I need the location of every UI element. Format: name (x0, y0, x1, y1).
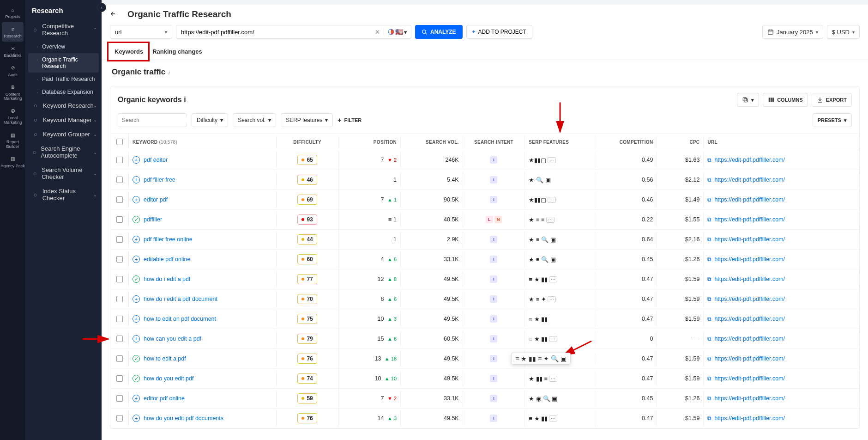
info-icon[interactable]: i (169, 70, 169, 75)
add-keyword-icon[interactable]: + (133, 415, 140, 422)
serp-more[interactable]: ⋯ (549, 416, 557, 422)
keyword-search[interactable] (118, 113, 187, 127)
row-checkbox[interactable] (116, 236, 123, 243)
analyze-button[interactable]: ANALYZE (415, 25, 463, 39)
serp-more[interactable]: ⋯ (548, 296, 556, 302)
row-checkbox[interactable] (116, 316, 123, 322)
keyword-link[interactable]: pdf filler free online (144, 236, 193, 243)
sidebar-group-keyword-grouper[interactable]: ○Keyword Grouper⌄ (25, 127, 102, 141)
add-keyword-icon[interactable]: + (133, 236, 140, 243)
add-keyword-icon[interactable]: ✓ (133, 216, 140, 223)
sidebar-collapse-button[interactable]: ‹ (97, 3, 106, 12)
rail-item-local-marketing[interactable]: ⦿Local Marketing (0, 104, 25, 128)
sidebar-group-keyword-manager[interactable]: ○Keyword Manager⌄ (25, 113, 102, 127)
mode-select[interactable]: url ▾ (110, 25, 172, 39)
sidebar-group-search-engine-autocomplete[interactable]: ○Search Engine Autocomplete⌄ (25, 141, 102, 163)
sidebar-item-database-expansion[interactable]: Database Expansion (25, 86, 102, 98)
keyword-link[interactable]: how do you edit pdf (144, 375, 193, 382)
row-checkbox[interactable] (116, 375, 123, 382)
keyword-link[interactable]: how can you edit a pdf (144, 336, 201, 342)
rail-item-backlinks[interactable]: ⫘Backlinks (0, 42, 25, 61)
add-keyword-icon[interactable]: ✓ (133, 275, 140, 283)
url-cell[interactable]: ⧉https://edit-pdf.pdffiller.com/ (704, 410, 859, 426)
url-cell[interactable]: ⧉https://edit-pdf.pdffiller.com/ (704, 331, 859, 347)
rail-item-content-marketing[interactable]: 🗎Content Marketing (0, 80, 25, 104)
serp-more[interactable]: ⋯ (548, 157, 556, 163)
sidebar-item-organic-traffic-research[interactable]: Organic Traffic Research (28, 53, 99, 73)
url-cell[interactable]: ⧉https://edit-pdf.pdffiller.com/ (704, 271, 859, 287)
rail-item-projects[interactable]: ⌂Projects (0, 3, 25, 22)
difficulty-filter[interactable]: Difficulty▾ (192, 113, 228, 127)
sidebar-group-competitive-research[interactable]: ○Competitive Research⌃ (25, 19, 102, 40)
serp-more[interactable]: ⋯ (546, 217, 555, 223)
row-checkbox[interactable] (116, 256, 123, 263)
serp-more[interactable]: ⋯ (549, 376, 557, 382)
sidebar-group-search-volume-checker[interactable]: ○Search Volume Checker⌄ (25, 163, 102, 184)
url-cell[interactable]: ⧉https://edit-pdf.pdffiller.com/ (704, 371, 859, 386)
copy-button[interactable]: ▾ (737, 93, 759, 107)
row-checkbox[interactable] (116, 276, 123, 282)
tab-keywords[interactable]: Keywords (110, 44, 148, 60)
clear-icon[interactable]: ✕ (371, 29, 384, 36)
add-keyword-icon[interactable]: + (133, 315, 140, 323)
keyword-search-input[interactable] (122, 117, 191, 123)
row-checkbox[interactable] (116, 196, 123, 203)
keyword-link[interactable]: how to edit a pdf (144, 355, 186, 362)
url-cell[interactable]: ⧉https://edit-pdf.pdffiller.com/ (704, 311, 859, 327)
serp-more[interactable]: ⋯ (548, 197, 556, 203)
url-cell[interactable]: ⧉https://edit-pdf.pdffiller.com/ (704, 152, 859, 168)
add-keyword-icon[interactable]: + (133, 295, 140, 303)
row-checkbox[interactable] (116, 296, 123, 302)
row-checkbox[interactable] (116, 336, 123, 342)
presets-button[interactable]: PRESETS▾ (813, 113, 852, 127)
sidebar-group-keyword-research[interactable]: ○Keyword Research⌄ (25, 98, 102, 113)
keyword-link[interactable]: editor pdf (144, 196, 168, 203)
keyword-link[interactable]: pdf filler free (144, 177, 175, 183)
keyword-link[interactable]: pdf editor (144, 157, 168, 163)
rail-item-agency-pack[interactable]: ▥Agency Pack (0, 152, 25, 171)
row-checkbox[interactable] (116, 355, 123, 362)
url-cell[interactable]: ⧉https://edit-pdf.pdffiller.com/ (704, 192, 859, 208)
row-checkbox[interactable] (116, 395, 123, 402)
date-select[interactable]: January 2025 ▾ (762, 25, 823, 39)
rail-item-research[interactable]: ⧄Research (2, 22, 24, 42)
select-all-checkbox[interactable] (116, 139, 123, 145)
serp-more[interactable]: ⋯ (549, 276, 557, 282)
keyword-link[interactable]: how do i edit a pdf document (144, 296, 217, 302)
search-engine-select[interactable]: 🇺🇸 ▾ (384, 28, 411, 36)
url-cell[interactable]: ⧉https://edit-pdf.pdffiller.com/ (704, 391, 859, 406)
volume-filter[interactable]: Search vol.▾ (233, 113, 276, 127)
keyword-link[interactable]: pdffiller (144, 216, 162, 223)
row-checkbox[interactable] (116, 157, 123, 163)
serp-filter[interactable]: SERP features▾ (281, 113, 333, 127)
export-button[interactable]: EXPORT (812, 93, 852, 107)
sidebar-item-paid-traffic-research[interactable]: Paid Traffic Research (25, 73, 102, 86)
url-cell[interactable]: ⧉https://edit-pdf.pdffiller.com/ (704, 351, 859, 367)
keyword-link[interactable]: editor pdf online (144, 395, 185, 402)
info-icon[interactable]: i (184, 96, 186, 104)
keyword-link[interactable]: how do i edit a pdf (144, 276, 190, 282)
keyword-link[interactable]: how do you edit pdf documents (144, 415, 223, 422)
currency-select[interactable]: $ USD ▾ (827, 25, 860, 39)
tab-ranking-changes[interactable]: Ranking changes (148, 44, 207, 60)
sidebar-group-index-status-checker[interactable]: ○Index Status Checker⌄ (25, 184, 102, 205)
rail-item-report-builder[interactable]: ▤Report Builder (0, 128, 25, 152)
add-keyword-icon[interactable]: ✓ (133, 375, 140, 382)
add-keyword-icon[interactable]: + (133, 156, 140, 164)
add-keyword-icon[interactable]: + (133, 176, 140, 183)
keyword-link[interactable]: editable pdf online (144, 256, 190, 263)
sidebar-item-overview[interactable]: Overview (25, 40, 102, 53)
add-keyword-icon[interactable]: + (133, 256, 140, 263)
add-keyword-icon[interactable]: ✓ (133, 355, 140, 362)
add-to-project-button[interactable]: + ADD TO PROJECT (466, 25, 532, 39)
rail-item-audit[interactable]: ⊘Audit (0, 61, 25, 80)
url-cell[interactable]: ⧉https://edit-pdf.pdffiller.com/ (704, 172, 859, 188)
add-keyword-icon[interactable]: + (133, 196, 140, 203)
row-checkbox[interactable] (116, 216, 123, 223)
url-cell[interactable]: ⧉https://edit-pdf.pdffiller.com/ (704, 232, 859, 247)
url-cell[interactable]: ⧉https://edit-pdf.pdffiller.com/ (704, 291, 859, 307)
url-input[interactable] (176, 29, 371, 36)
url-cell[interactable]: ⧉https://edit-pdf.pdffiller.com/ (704, 251, 859, 267)
back-button[interactable] (110, 10, 121, 19)
row-checkbox[interactable] (116, 177, 123, 183)
